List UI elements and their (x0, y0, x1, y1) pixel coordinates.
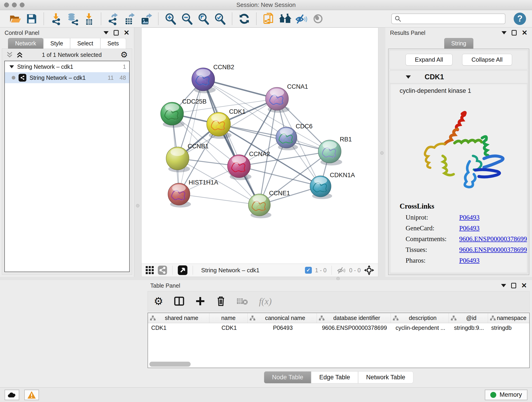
splitter-handle[interactable] (380, 151, 384, 155)
tab-sets[interactable]: Sets (100, 38, 126, 49)
column-header[interactable]: name (211, 315, 246, 321)
close-panel-icon[interactable]: ✕ (124, 29, 129, 36)
edge-CCNB2-HIST1H1A[interactable] (179, 79, 203, 194)
splitter-handle[interactable] (336, 277, 340, 280)
export-image-icon[interactable] (139, 12, 153, 26)
delete-table-icon[interactable] (236, 297, 248, 305)
edge-HIST1H1A-CCNE1[interactable] (179, 194, 259, 205)
expand-all-button[interactable]: Expand All (405, 54, 452, 65)
open-session-icon[interactable] (8, 12, 22, 26)
splitter-handle[interactable] (136, 204, 139, 207)
tab-edge-table[interactable]: Edge Table (311, 371, 358, 383)
zoom-in-icon[interactable] (164, 12, 177, 26)
float-panel-icon[interactable] (512, 30, 517, 36)
section-collapse-icon[interactable] (406, 75, 411, 79)
search-input[interactable] (404, 16, 502, 22)
birdseye-icon[interactable] (177, 265, 188, 275)
cell-database-identifier[interactable]: 9606.ENSP00000378699 (317, 323, 391, 333)
cell-shared-name[interactable]: CDK1 (148, 323, 209, 333)
collapse-all-button[interactable]: Collapse All (462, 54, 512, 65)
close-panel-icon[interactable]: ✕ (521, 282, 527, 289)
horizontal-scrollbar[interactable] (149, 362, 191, 367)
refresh-icon[interactable] (237, 12, 251, 26)
table-row[interactable]: CDK1 CDK1 P06493 9606.ENSP00000378699 cy… (148, 323, 529, 333)
column-header[interactable]: description (399, 315, 447, 321)
node-HIST1H1A[interactable]: HIST1H1A (168, 179, 218, 208)
collapse-all-icon[interactable] (6, 51, 13, 59)
cell-description[interactable]: cyclin-dependent ... (391, 323, 449, 333)
column-header[interactable]: namespace (496, 315, 527, 321)
network-canvas[interactable]: CCNB2CCNA1CDC25BCDK1CDC6RB1CCNB1CCNA2CDK… (142, 28, 378, 264)
cell-id[interactable]: stringdb:9... (449, 323, 488, 333)
memory-button[interactable]: Memory (485, 390, 527, 400)
save-session-icon[interactable] (25, 12, 38, 26)
edge-CCNB2-CCNE1[interactable] (203, 79, 259, 205)
node-CCNA1[interactable]: CCNA1 (266, 83, 308, 113)
warning-status-button[interactable] (24, 390, 39, 400)
import-database-icon[interactable] (65, 12, 79, 26)
panel-menu-icon[interactable] (501, 284, 506, 287)
uniprot-link[interactable]: P06493 (459, 214, 480, 221)
tab-network-table[interactable]: Network Table (358, 371, 413, 383)
eye-icon[interactable] (311, 12, 325, 26)
float-panel-icon[interactable] (114, 30, 119, 36)
grid-mode-icon[interactable] (145, 266, 154, 275)
export-table-icon[interactable] (123, 12, 137, 26)
help-button[interactable]: ? (514, 13, 526, 25)
hide-unhide-icon[interactable] (295, 12, 308, 26)
column-header[interactable]: database identifier (325, 315, 389, 321)
node-CCNB1[interactable]: CCNB1 (166, 143, 209, 172)
network-row[interactable]: String Network – cdk1 11 48 (5, 72, 129, 83)
function-builder-icon[interactable]: f(x) (259, 296, 272, 307)
tab-network[interactable]: Network (8, 38, 43, 49)
cloud-status-button[interactable] (5, 390, 19, 400)
expand-all-icon[interactable] (16, 51, 23, 59)
string-home-icon[interactable] (278, 12, 292, 26)
add-column-icon[interactable] (195, 296, 205, 306)
node-CCNB2[interactable]: CCNB2 (192, 64, 234, 93)
node-CDC25B[interactable]: CDC25B (161, 98, 207, 128)
right-splitter[interactable] (378, 27, 385, 277)
tab-style[interactable]: Style (43, 38, 70, 49)
cell-canonical-name[interactable]: P06493 (248, 323, 317, 333)
selected-checkbox-icon[interactable]: ✓ (305, 267, 312, 274)
node-table[interactable]: shared name name canonical name database… (147, 313, 530, 368)
close-panel-icon[interactable]: ✕ (522, 29, 527, 36)
left-splitter[interactable] (134, 27, 141, 277)
tab-select[interactable]: Select (70, 38, 100, 49)
network-collection-row[interactable]: String Network – cdk1 1 (5, 61, 129, 72)
zoom-fit-icon[interactable] (196, 12, 210, 26)
cell-namespace[interactable]: stringdb (488, 323, 529, 333)
node-RB1[interactable]: RB1 (318, 136, 352, 166)
edge-CDK1-RB1[interactable] (219, 124, 330, 152)
compartments-link[interactable]: 9606.ENSP00000378699 (459, 235, 527, 243)
float-panel-icon[interactable] (511, 283, 516, 288)
collapse-triangle-icon[interactable] (9, 65, 14, 68)
node-CDKN1A[interactable]: CDKN1A (310, 172, 355, 199)
node-CDK1[interactable]: CDK1 (207, 108, 246, 139)
hidden-eye-icon[interactable] (337, 266, 346, 274)
panel-menu-icon[interactable] (104, 31, 109, 34)
column-header[interactable]: @id (457, 315, 486, 321)
fit-content-crosshair-icon[interactable] (364, 265, 374, 275)
show-columns-icon[interactable] (174, 296, 184, 306)
zoom-selected-icon[interactable] (213, 12, 227, 26)
import-network-icon[interactable] (49, 12, 63, 26)
tab-string[interactable]: String (444, 38, 473, 49)
zoom-out-icon[interactable] (180, 12, 194, 26)
table-settings-gear-icon[interactable]: ⚙ (154, 296, 163, 306)
delete-column-icon[interactable] (216, 296, 225, 306)
genecard-link[interactable]: P06493 (459, 224, 480, 232)
tab-node-table[interactable]: Node Table (264, 371, 311, 383)
column-header[interactable]: canonical name (255, 315, 315, 321)
export-network-icon[interactable] (106, 12, 120, 26)
panel-menu-icon[interactable] (501, 31, 507, 34)
cell-name[interactable]: CDK1 (209, 323, 248, 333)
clone-network-icon[interactable] (262, 12, 275, 26)
pharos-link[interactable]: P06493 (459, 257, 480, 264)
horizontal-splitter[interactable] (0, 277, 532, 280)
column-header[interactable]: shared name (156, 315, 207, 321)
network-mode-icon[interactable] (158, 265, 167, 275)
import-table-icon[interactable] (82, 12, 96, 26)
gear-icon[interactable]: ⚙ (120, 51, 128, 59)
